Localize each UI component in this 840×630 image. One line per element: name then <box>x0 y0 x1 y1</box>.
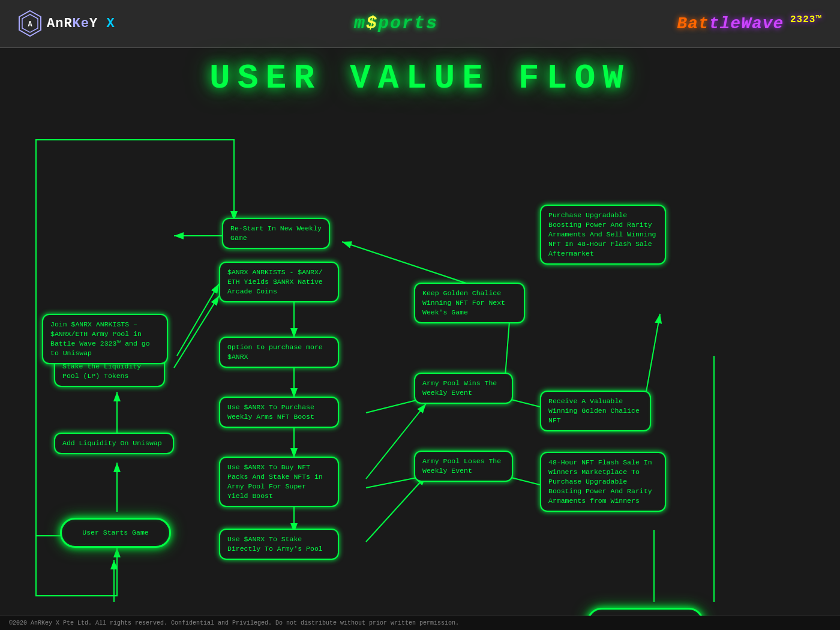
node-army-loses: Army Pool Loses The Weekly Event <box>414 451 513 482</box>
node-use-stake-army: Use $ANRX To Stake Directly To Army's Po… <box>219 529 339 560</box>
node-purchase-upgradable: Purchase Upgradable Boosting Power And R… <box>540 205 666 265</box>
node-use-weekly-boost: Use $ANRX To Purchase Weekly Arms NFT Bo… <box>219 397 339 428</box>
node-flash-sale: 48-Hour NFT Flash Sale In Winners Market… <box>540 452 666 512</box>
logo-center: m$ports <box>354 13 438 34</box>
svg-line-8 <box>174 296 219 368</box>
footer: ©2020 AnRKey X Pte Ltd. All rights reser… <box>0 616 840 630</box>
svg-line-10 <box>177 284 219 356</box>
logo-left: A AnRKeY X <box>18 10 115 37</box>
node-use-nft-packs: Use $ANRX To Buy NFT Packs And Stake NFT… <box>219 457 339 507</box>
node-keep-golden: Keep Golden Chalice Winning NFT For Next… <box>414 283 525 323</box>
svg-line-22 <box>342 242 468 284</box>
svg-line-17 <box>366 476 426 542</box>
node-add-liquidity: Add Liquidity On Uniswap <box>54 433 174 454</box>
node-army-wins: Army Pool Wins The Weekly Event <box>414 373 513 404</box>
svg-text:A: A <box>28 20 32 29</box>
logo-right: BattleWave 2323™ <box>677 14 822 33</box>
node-join-anrkists: Join $ANRX ANRKISTS – $ANRX/ETH Army Poo… <box>42 314 168 364</box>
page-title: USER VALUE FLOW <box>0 48 840 104</box>
logo-left-text: AnRKeY X <box>47 16 115 31</box>
node-anrx-yields: $ANRX ANRKISTS - $ANRX/ ETH Yields $ANRX… <box>219 262 339 302</box>
header: A AnRKeY X m$ports BattleWave 2323™ <box>0 0 840 48</box>
flow-diagram: Re-Start In New Weekly Game Stake the Li… <box>6 104 834 602</box>
node-option-purchase: Option to purchase more $ANRX <box>219 337 339 368</box>
node-user-starts: User Starts Game <box>60 518 171 548</box>
footer-text: ©2020 AnRKey X Pte Ltd. All rights reser… <box>9 620 459 626</box>
node-restart-weekly: Re-Start In New Weekly Game <box>222 218 330 249</box>
node-receive-golden: Receive A Valuable Winning Golden Chalic… <box>540 391 651 431</box>
anrkeyx-icon: A <box>18 10 42 37</box>
